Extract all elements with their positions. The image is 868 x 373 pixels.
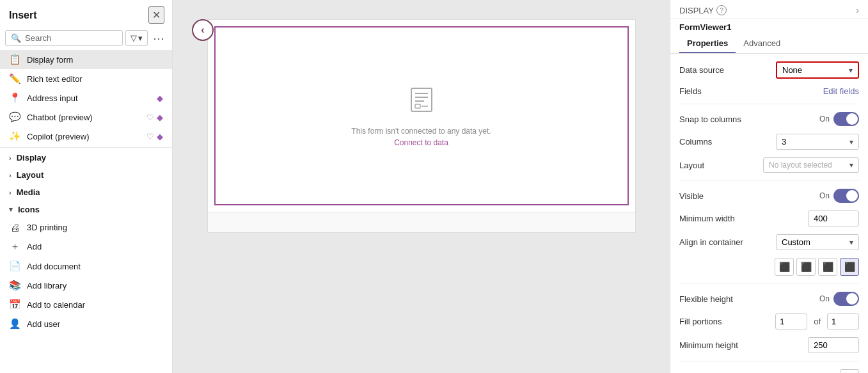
layout-select[interactable]: No layout selected ▾ [763,157,859,173]
more-options-button[interactable]: ⋯ [150,31,167,45]
section-media[interactable]: › Media [0,184,172,201]
address-icon: 📍 [9,92,20,104]
insert-item-add-to-calendar[interactable]: 📅 Add to calendar [0,295,172,314]
snap-to-columns-row: Snap to columns On [679,112,859,126]
align-buttons: ⬛ ⬛ ⬛ ⬛ [775,258,859,276]
form-empty-message: This form isn't connected to any data ye… [351,127,491,136]
snap-on-label: On [819,115,830,123]
back-button[interactable]: ‹ [192,19,214,41]
columns-row: Columns 3 ▾ [679,134,859,150]
add-library-icon: 📚 [9,280,20,291]
add-icon: ＋ [9,241,20,253]
help-icon: ? [716,5,727,15]
layout-chevron-icon: ▾ [849,161,853,170]
align-stretch-button[interactable]: ⬛ [840,258,859,276]
insert-panel: Insert ✕ 🔍 Search ▽ ▾ ⋯ 📋 Display form ✏… [0,0,173,373]
data-source-value: None [782,65,802,75]
align-right-button[interactable]: ⬛ [818,258,837,276]
section-layout[interactable]: › Layout [0,166,172,184]
section-display-arrow: › [9,154,12,162]
snap-to-columns-label: Snap to columns [679,115,741,124]
align-left-button[interactable]: ⬛ [775,258,794,276]
insert-item-address-input[interactable]: 📍 Address input ◆ [0,88,172,107]
align-label: Align in container [679,237,743,247]
svg-rect-0 [411,88,432,111]
add-calendar-label: Add to calendar [27,300,163,310]
section-icons-arrow: ▾ [9,205,13,214]
3d-printing-label: 3D printing [27,223,163,232]
connect-to-data-link[interactable]: Connect to data [394,138,448,147]
display-text: DISPLAY [679,6,714,15]
right-properties-content: Data source None ▾ Fields Edit fields Sn… [670,54,868,373]
add-label: Add [27,242,163,251]
right-panel-chevron[interactable]: › [856,5,859,15]
search-box[interactable]: 🔍 Search [5,30,123,46]
filter-chevron: ▾ [138,33,143,43]
form-viewer-canvas[interactable]: This form isn't connected to any data ye… [214,26,629,205]
edit-fields-link[interactable]: Edit fields [823,86,859,96]
fields-label: Fields [679,86,702,96]
insert-item-chatbot-preview[interactable]: 💬 Chatbot (preview) ♡ ◆ [0,107,172,127]
close-button[interactable]: ✕ [148,6,164,24]
columns-select[interactable]: 3 ▾ [776,134,859,150]
add-user-icon: 👤 [9,318,20,329]
search-icon: 🔍 [11,33,21,43]
canvas-bottom-bar [208,212,635,232]
align-select[interactable]: Custom ▾ [776,234,859,250]
section-icons-label: Icons [18,205,40,214]
layout-row: Layout No layout selected ▾ [679,157,859,173]
diamond-badge2: ◆ [157,113,163,122]
section-media-arrow: › [9,189,12,196]
snap-to-columns-toggle[interactable] [833,112,859,126]
insert-item-add-document[interactable]: 📄 Add document [0,257,172,276]
color-row: Color A [679,369,859,373]
heart-badge: ♡ [146,113,154,122]
insert-item-display-form[interactable]: 📋 Display form [0,50,172,69]
layout-value: No layout selected [769,161,832,170]
form-empty-icon [406,84,437,120]
fill-portions-value-input[interactable] [775,313,807,329]
columns-value: 3 [782,137,786,147]
min-width-input[interactable] [808,210,859,226]
rich-text-label: Rich text editor [27,74,163,84]
visible-toggle[interactable] [833,189,859,203]
min-width-label: Minimum width [679,214,735,223]
visible-row: Visible On [679,189,859,203]
right-properties-panel: DISPLAY ? › FormViewer1 Properties Advan… [670,0,868,373]
add-document-icon: 📄 [9,260,20,272]
chatbot-label: Chatbot (preview) [27,113,140,122]
insert-item-rich-text-editor[interactable]: ✏️ Rich text editor [0,69,172,88]
3d-printing-icon: 🖨 [9,222,20,233]
section-media-label: Media [17,187,40,197]
search-row: 🔍 Search ▽ ▾ ⋯ [0,28,172,50]
insert-item-copilot-preview[interactable]: ✨ Copilot (preview) ♡ ◆ [0,127,172,146]
insert-item-3d-printing[interactable]: 🖨 3D printing [0,218,172,237]
diamond-badge: ◆ [157,93,163,103]
heart-badge2: ♡ [146,132,154,141]
tab-advanced[interactable]: Advanced [736,35,788,53]
flexible-height-label: Flexible height [679,294,733,304]
section-layout-arrow: › [9,171,12,179]
insert-item-add-user[interactable]: 👤 Add user [0,314,172,333]
fields-row: Fields Edit fields [679,86,859,96]
data-source-select[interactable]: None ▾ [776,61,859,79]
canvas-area: ‹ This form isn't connected to any data … [173,0,670,373]
align-center-button[interactable]: ⬛ [796,258,816,276]
min-height-input[interactable] [808,337,859,353]
visible-label: Visible [679,191,704,201]
tab-properties[interactable]: Properties [679,35,736,53]
color-swatch-button[interactable]: A [840,369,859,373]
filter-button[interactable]: ▽ ▾ [125,30,148,46]
align-value: Custom [782,237,810,247]
data-source-label: Data source [679,65,724,75]
flexible-height-toggle[interactable] [833,292,859,306]
add-user-label: Add user [27,319,163,329]
section-display[interactable]: › Display [0,149,172,166]
insert-item-add[interactable]: ＋ Add [0,237,172,257]
insert-item-add-library[interactable]: 📚 Add library [0,276,172,295]
fill-portions-total-input[interactable] [827,313,859,329]
columns-label: Columns [679,137,712,147]
display-section-label: DISPLAY ? [679,5,727,15]
of-label: of [811,317,823,326]
section-icons[interactable]: ▾ Icons [0,201,172,218]
